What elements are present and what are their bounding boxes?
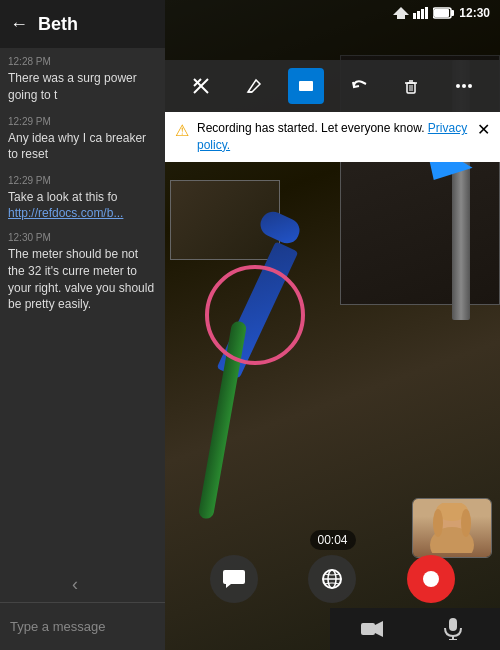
chat-input-placeholder: Type a message (10, 619, 105, 634)
toolbar-undo-button[interactable] (341, 68, 377, 104)
toolbar-delete-button[interactable] (393, 68, 429, 104)
camera-button[interactable] (347, 612, 397, 646)
svg-point-13 (468, 84, 472, 88)
message-group-4: 12:30 PM The meter should be not the 32 … (8, 232, 157, 313)
toolbar-rectangle-button[interactable] (288, 68, 324, 104)
svg-marker-14 (393, 7, 409, 19)
annotation-toggle-button[interactable] (308, 555, 356, 603)
message-group-2: 12:29 PM Any idea why I ca breaker to re… (8, 116, 157, 164)
msg-text-2: Any idea why I ca breaker to reset (8, 130, 157, 164)
chat-contact-name: Beth (38, 14, 78, 35)
msg-time-2: 12:29 PM (8, 116, 157, 127)
chat-toggle-button[interactable] (210, 555, 258, 603)
status-time: 12:30 (459, 6, 490, 20)
msg-text-3: Take a look at this fo (8, 189, 157, 206)
record-button[interactable] (407, 555, 455, 603)
svg-rect-5 (299, 81, 313, 91)
svg-rect-21 (434, 9, 449, 17)
svg-rect-18 (425, 7, 428, 19)
svg-rect-16 (417, 11, 420, 19)
chat-input-area[interactable]: Type a message (0, 602, 165, 650)
annotation-toolbar (165, 60, 500, 112)
msg-link-3[interactable]: http://refdocs.com/b... (8, 206, 157, 220)
toolbar-more-button[interactable] (446, 68, 482, 104)
video-panel: ⚠ Recording has started. Let everyone kn… (165, 0, 500, 650)
chat-messages: 12:28 PM There was a surg power going to… (0, 48, 165, 602)
message-group-1: 12:28 PM There was a surg power going to… (8, 56, 157, 104)
call-timer: 00:04 (309, 530, 355, 550)
chat-header: ← Beth (0, 0, 165, 48)
msg-time-3: 12:29 PM (8, 175, 157, 186)
svg-rect-6 (407, 83, 415, 93)
bottom-bar (330, 608, 500, 650)
svg-point-12 (462, 84, 466, 88)
svg-marker-32 (375, 621, 383, 637)
recording-banner: ⚠ Recording has started. Let everyone kn… (165, 112, 500, 162)
svg-rect-20 (451, 10, 454, 16)
mic-button[interactable] (430, 610, 476, 648)
chat-collapse-button[interactable]: ‹ (72, 574, 78, 595)
back-button[interactable]: ← (10, 14, 28, 35)
svg-point-11 (456, 84, 460, 88)
svg-point-25 (433, 509, 443, 537)
svg-point-26 (461, 509, 471, 537)
msg-time-4: 12:30 PM (8, 232, 157, 243)
msg-text-4: The meter should be not the 32 it's curr… (8, 246, 157, 313)
pink-circle-annotation (205, 265, 305, 365)
svg-rect-17 (421, 9, 424, 19)
recording-text: Recording has started. Let everyone know… (197, 120, 469, 154)
svg-point-30 (423, 571, 439, 587)
status-icons: 12:30 (393, 6, 490, 20)
close-banner-button[interactable]: ✕ (477, 120, 490, 139)
svg-rect-31 (361, 623, 375, 635)
call-controls-overlay (165, 548, 500, 610)
svg-rect-15 (413, 13, 416, 19)
toolbar-pen-button[interactable] (236, 68, 272, 104)
msg-text-1: There was a surg power going to t (8, 70, 157, 104)
message-group-3: 12:29 PM Take a look at this fo http://r… (8, 175, 157, 220)
chat-panel: ← Beth 12:28 PM There was a surg power g… (0, 0, 165, 650)
svg-rect-33 (449, 618, 457, 631)
warning-icon: ⚠ (175, 121, 189, 140)
msg-time-1: 12:28 PM (8, 56, 157, 67)
toolbar-exit-button[interactable] (183, 68, 219, 104)
